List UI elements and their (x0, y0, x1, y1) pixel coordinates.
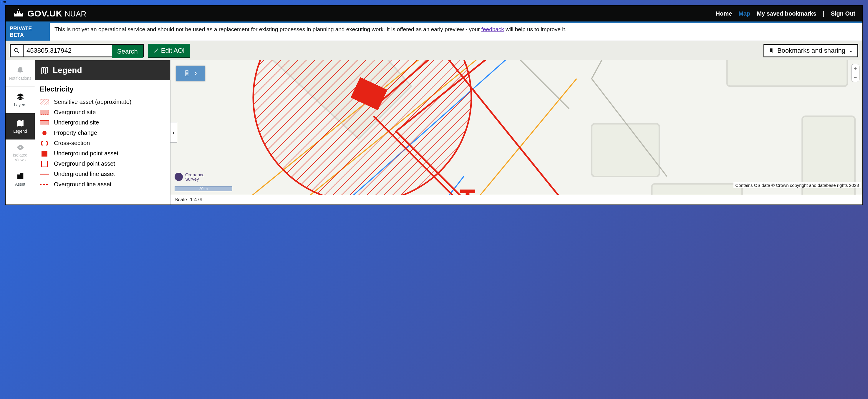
app-window: GOV.UKNUAR Home Map My saved bookmarks |… (5, 5, 863, 205)
nav-signout[interactable]: Sign Out (831, 10, 855, 17)
edit-aoi-label: Edit AOI (161, 47, 185, 55)
legend-item: Underground point asset (40, 148, 165, 159)
rail-layers[interactable]: Layers (6, 87, 35, 113)
bookmarks-dropdown[interactable]: Bookmarks and sharing ⌄ (764, 44, 858, 57)
map-attribution: Contains OS data © Crown copyright and d… (734, 182, 861, 188)
legend-item: Underground line asset (40, 169, 165, 179)
crown-icon (13, 9, 25, 18)
collapse-panel-button[interactable]: ‹ (170, 122, 177, 143)
layers-icon (17, 93, 24, 101)
legend-item-label: Property change (54, 130, 97, 136)
eye-icon (17, 143, 24, 151)
search-button[interactable]: Search (112, 45, 143, 58)
map-svg (170, 60, 862, 195)
beta-tag-line2: BETA (10, 32, 45, 38)
svg-rect-5 (40, 99, 49, 105)
nav-home[interactable]: Home (716, 10, 732, 17)
rail-layers-label: Layers (14, 102, 26, 107)
map-icon (40, 66, 49, 74)
legend-item-label: Overground line asset (54, 181, 112, 188)
rail-notifications[interactable]: Notifications (6, 60, 35, 87)
legend-swatch (40, 109, 49, 115)
nav-bookmarks[interactable]: My saved bookmarks (757, 10, 816, 17)
svg-point-8 (42, 131, 46, 135)
svg-point-0 (18, 9, 19, 10)
search-input[interactable] (24, 45, 112, 57)
search-group: Search (10, 44, 144, 57)
legend-category: Electricity (40, 85, 165, 93)
legend-swatch (40, 171, 49, 177)
legend-item: Overground line asset (40, 179, 165, 190)
nav-map[interactable]: Map (739, 10, 750, 17)
side-rail: Notifications Layers Legend IsolatedView… (6, 60, 35, 204)
building-icon (17, 172, 24, 180)
legend-item-label: Overground point asset (54, 160, 115, 167)
legend-swatch (40, 99, 49, 105)
svg-point-3 (19, 146, 21, 148)
legend-swatch (40, 161, 49, 167)
nav-separator: | (823, 10, 824, 17)
legend-item: Property change (40, 128, 165, 138)
rail-isolated-views[interactable]: IsolatedViews (6, 140, 35, 166)
svg-rect-7 (40, 120, 49, 125)
ordnance-survey-badge: Ordnance Survey (175, 172, 205, 181)
main: Notifications Layers Legend IsolatedView… (6, 60, 862, 204)
feedback-link[interactable]: feedback (482, 26, 504, 32)
beta-tag-line1: PRIVATE (10, 26, 45, 32)
legend-body[interactable]: Electricity Sensitive asset (approximate… (35, 80, 170, 204)
svg-rect-17 (652, 184, 742, 195)
document-panel-toggle[interactable]: › (176, 66, 205, 81)
zoom-in-button[interactable]: + (851, 64, 859, 73)
scale-bar-label: 20 m (199, 187, 208, 191)
rail-legend-label: Legend (13, 129, 27, 134)
legend-item-label: Cross-section (54, 140, 90, 146)
pencil-icon (153, 48, 159, 53)
beta-msg-post: will help us to improve it. (504, 26, 566, 32)
brand-product: NUAR (65, 9, 87, 18)
toolbar: Search Edit AOI Bookmarks and sharing ⌄ (6, 41, 862, 60)
rail-isolated-views-label: IsolatedViews (13, 153, 27, 162)
top-nav: Home Map My saved bookmarks | Sign Out (716, 10, 855, 17)
scale-bar: 20 m (175, 186, 232, 191)
rail-notifications-label: Notifications (9, 76, 31, 80)
svg-line-2 (18, 52, 19, 53)
beta-text: This is not yet an operational service a… (50, 23, 571, 41)
legend-item: Overground point asset (40, 159, 165, 169)
brand-govuk: GOV.UK (27, 8, 62, 18)
legend-item: Underground site (40, 118, 165, 128)
rail-asset[interactable]: Asset (6, 166, 35, 193)
legend-swatch (40, 140, 49, 146)
bookmark-icon (769, 47, 774, 54)
rail-asset-label: Asset (15, 182, 25, 187)
svg-rect-10 (41, 161, 48, 167)
svg-rect-16 (591, 124, 659, 176)
edit-aoi-button[interactable]: Edit AOI (148, 44, 190, 57)
beta-tag: PRIVATE BETA (6, 23, 50, 41)
map-wrap: › + − Ordnance Survey 20 m Contains OS (170, 60, 862, 204)
legend-swatch (40, 120, 49, 126)
zoom-out-button[interactable]: − (851, 73, 859, 82)
legend-title: Legend (53, 66, 82, 75)
legend-item: Sensitive asset (approximate) (40, 97, 165, 107)
legend-item-label: Sensitive asset (approximate) (54, 99, 131, 105)
legend-panel: Legend Electricity Sensitive asset (appr… (35, 60, 170, 204)
gov-header: GOV.UKNUAR Home Map My saved bookmarks |… (6, 6, 862, 22)
svg-rect-6 (40, 110, 49, 115)
legend-item-label: Overground site (54, 109, 96, 115)
map-canvas[interactable]: › + − Ordnance Survey 20 m Contains OS (170, 60, 862, 195)
bell-icon (17, 67, 24, 74)
chevron-left-icon: ‹ (173, 129, 175, 136)
beta-msg-pre: This is not yet an operational service a… (55, 26, 482, 32)
svg-rect-9 (41, 151, 48, 157)
svg-rect-15 (727, 60, 847, 86)
map-icon (17, 120, 24, 127)
legend-item: Cross-section (40, 138, 165, 148)
legend-item-label: Underground site (54, 119, 99, 126)
zoom-control: + − (851, 64, 860, 82)
brand: GOV.UKNUAR (13, 8, 86, 19)
rail-legend[interactable]: Legend (6, 113, 35, 140)
svg-point-1 (15, 48, 18, 52)
os-text-1: Ordnance (185, 172, 205, 177)
os-logo-icon (175, 173, 183, 181)
document-icon (184, 70, 190, 76)
